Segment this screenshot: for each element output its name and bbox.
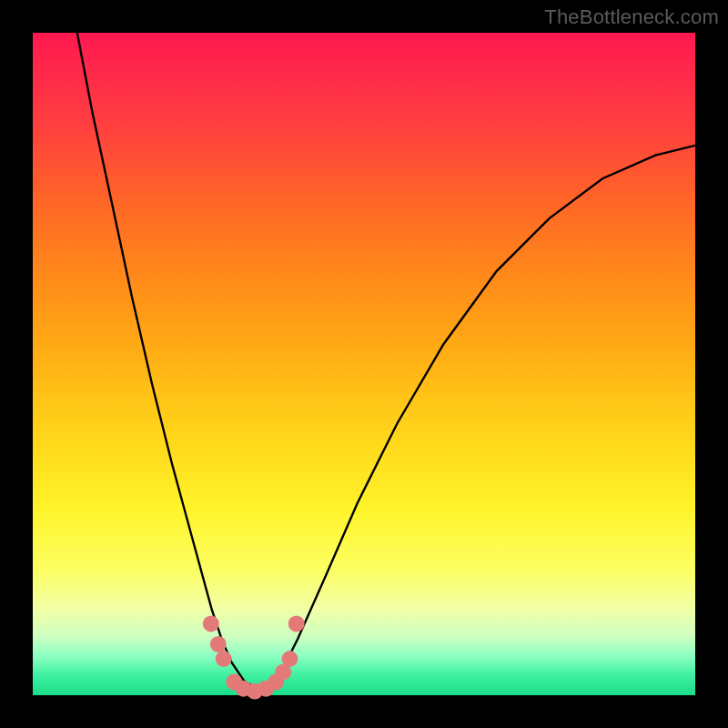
curve-marker — [288, 615, 305, 632]
figure-container: { "watermark": "TheBottleneck.com", "col… — [0, 0, 728, 728]
curve-marker — [282, 651, 298, 667]
plot-overlay — [33, 33, 695, 695]
watermark-text: TheBottleneck.com — [544, 5, 719, 29]
curve-marker — [203, 615, 219, 632]
curve-marker — [210, 636, 227, 652]
curve-marker — [216, 651, 232, 667]
bottleneck-curve — [77, 33, 695, 689]
